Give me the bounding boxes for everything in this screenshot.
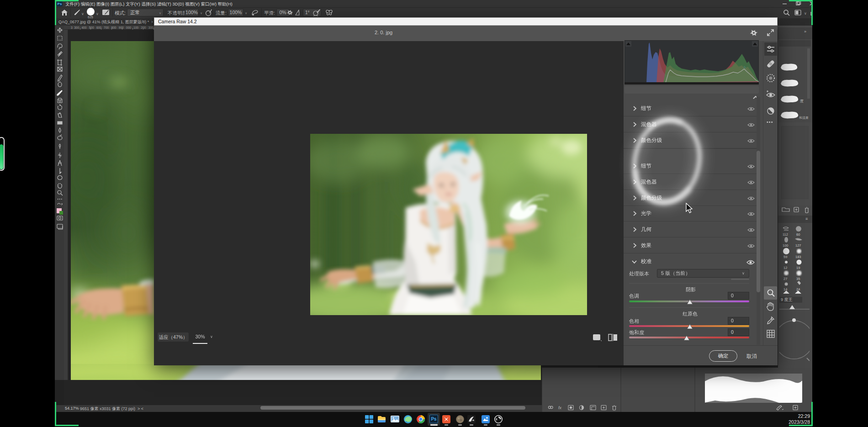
svg-text:35: 35 bbox=[796, 277, 800, 281]
svg-text:和流量: 和流量 bbox=[799, 116, 809, 120]
svg-text:度: 度 bbox=[800, 99, 804, 103]
svg-text:100: 100 bbox=[783, 243, 789, 248]
svg-text:12: 12 bbox=[783, 266, 787, 270]
svg-text:19: 19 bbox=[796, 266, 800, 270]
svg-text:14: 14 bbox=[783, 287, 787, 291]
svg-text:112: 112 bbox=[783, 232, 788, 237]
svg-text:27: 27 bbox=[783, 277, 787, 281]
svg-text:183: 183 bbox=[795, 255, 801, 259]
svg-text:60: 60 bbox=[796, 232, 800, 237]
svg-text:fx: fx bbox=[558, 406, 562, 410]
svg-text:59: 59 bbox=[783, 255, 787, 259]
svg-text:127: 127 bbox=[795, 243, 801, 248]
